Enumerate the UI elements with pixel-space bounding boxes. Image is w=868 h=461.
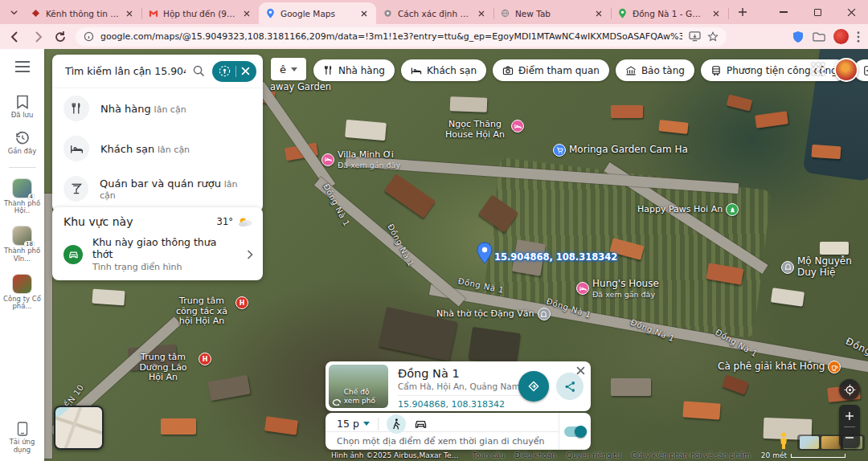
- poi-nha-tho-toc-dang-van[interactable]: Nhà thờ tộc Đặng Văn: [436, 308, 551, 320]
- map-building: [161, 418, 196, 434]
- suggestion-hotels[interactable]: Khách sạn lân cận: [52, 129, 263, 169]
- chip-museums[interactable]: Bảo tàng: [616, 59, 694, 81]
- sidebar-item-saved[interactable]: Đã lưu: [0, 95, 44, 120]
- poi-hungs-house[interactable]: Hung's House Đã xem gần đây: [576, 279, 659, 299]
- window-controls: [767, 0, 868, 24]
- poi-mo-nguyen-duy-hieu[interactable]: Mộ Nguyễn Duy Hiệ: [781, 256, 868, 279]
- close-tab-icon[interactable]: [358, 8, 370, 19]
- browser-menu-icon[interactable]: [857, 31, 860, 43]
- zoom-out-button[interactable]: [839, 427, 860, 448]
- map-building: [264, 416, 298, 434]
- footer-link-feedback[interactable]: Gửi ý kiến phản hồi về sản phẩm: [632, 451, 751, 459]
- account-avatar[interactable]: [834, 58, 858, 82]
- map-building: [755, 111, 788, 128]
- search-box[interactable]: Tìm kiếm lân cận 15.904868, 108: [52, 55, 263, 88]
- chevron-right-icon[interactable]: [247, 250, 253, 259]
- photo-thumbnail[interactable]: [821, 436, 841, 449]
- poi-villa-minh-oi[interactable]: Villa Minh Ơi Đã xem gần đây: [321, 150, 400, 169]
- poi-trung-tam-duong-lao[interactable]: Trung tâm Dưỡng Lão Hội An H: [131, 353, 211, 383]
- tab-gmail[interactable]: Hộp thư đến (9.470) - leng: [141, 2, 259, 24]
- tab-google-maps-active[interactable]: Google Maps: [259, 2, 376, 24]
- chip-hotels[interactable]: Khách sạn: [401, 59, 486, 81]
- drive-mode-button[interactable]: [414, 418, 428, 429]
- chip-restaurants[interactable]: Nhà hàng: [313, 59, 395, 81]
- chip-label: Điểm tham quan: [518, 65, 600, 76]
- photo-thumbnail[interactable]: [800, 436, 819, 449]
- chip-label: Khách sạn: [427, 65, 477, 76]
- tab-title: Cách xác định hướng: [398, 9, 471, 18]
- suggestion-restaurants[interactable]: Nhà hàng lân cận: [52, 88, 263, 129]
- duration-dropdown[interactable]: 15 p: [337, 418, 370, 430]
- poi-ngoc-thang-house[interactable]: Ngọc Thăng House Hội An: [442, 120, 524, 140]
- search-input[interactable]: Tìm kiếm lân cận 15.904868, 108: [65, 65, 186, 77]
- traffic-row[interactable]: Khu này giao thông thưa thớt Tình trạng …: [63, 236, 253, 272]
- footer-link-privacy[interactable]: Quyền riêng tư: [567, 451, 620, 459]
- hospital-icon: H: [235, 296, 248, 309]
- poi-happy-paws[interactable]: Happy Paws Hoi An: [637, 203, 739, 216]
- nearby-filter-pill[interactable]: [212, 61, 256, 82]
- reload-icon[interactable]: [53, 30, 68, 44]
- poi-ca-phe-hong[interactable]: Cà phê giải khát Hồng: [718, 361, 841, 373]
- bookmark-star-icon[interactable]: [707, 31, 719, 43]
- close-tab-icon[interactable]: [124, 8, 135, 19]
- tab-search-chevron-icon[interactable]: [5, 3, 23, 21]
- zoom-in-button[interactable]: [839, 406, 860, 426]
- map-inset-thumbnail[interactable]: [54, 406, 104, 450]
- maximize-button[interactable]: [800, 0, 834, 24]
- footer-link-global[interactable]: Toàn cầu: [473, 451, 505, 459]
- street-view-return-icon: [332, 398, 342, 406]
- forward-icon[interactable]: [31, 30, 45, 44]
- sidebar-item-recent[interactable]: Gần đây: [0, 131, 44, 156]
- dropped-pin-icon[interactable]: [477, 242, 493, 264]
- suggestion-sublabel: lân cận: [154, 104, 186, 115]
- nearby-pin-icon[interactable]: [219, 65, 231, 77]
- input-tools-button[interactable]: ê: [271, 58, 306, 80]
- close-window-button[interactable]: [834, 0, 868, 24]
- new-tab-button[interactable]: [733, 2, 752, 22]
- clear-search-icon[interactable]: [241, 67, 250, 75]
- travel-time-toggle[interactable]: [564, 426, 587, 437]
- tab-real-estate[interactable]: Kênh thông tin bất động s: [24, 2, 141, 24]
- street-view-thumbnail[interactable]: Chế độ xem phố: [329, 365, 388, 408]
- back-icon[interactable]: [8, 30, 23, 44]
- chip-attractions[interactable]: Điểm tham quan: [493, 59, 609, 81]
- close-tab-icon[interactable]: [241, 8, 252, 19]
- close-tab-icon[interactable]: [593, 8, 604, 19]
- my-location-button[interactable]: [839, 379, 860, 400]
- browser-profile-avatar[interactable]: [833, 29, 849, 44]
- map-building: [611, 378, 651, 396]
- map-building: [450, 96, 488, 112]
- suggestion-bars[interactable]: Quán bar và quán rượu lân cận: [52, 169, 263, 212]
- close-tab-icon[interactable]: [710, 8, 722, 19]
- sidebar-item-list-vinh[interactable]: 18 Thành phố Vĩn...: [0, 226, 44, 263]
- area-card-title: Khu vực này: [63, 215, 217, 228]
- address-bar[interactable]: google.com/maps/@15.9049323,108.3181166,…: [76, 27, 727, 47]
- maps-favicon: [617, 8, 628, 18]
- downloads-folder-icon[interactable]: [813, 31, 825, 43]
- search-icon[interactable]: [192, 64, 206, 78]
- menu-icon[interactable]: [14, 60, 31, 75]
- tab-new-tab[interactable]: New Tab: [493, 2, 611, 24]
- tab-dong-na-maps[interactable]: Đồng Nà 1 - Google Maps: [611, 2, 728, 24]
- site-info-icon[interactable]: [84, 31, 94, 42]
- footer-link-terms[interactable]: Điều khoản: [515, 451, 556, 459]
- list-thumbnail: 4: [13, 179, 31, 198]
- google-apps-grid-icon[interactable]: [812, 63, 826, 77]
- poi-trung-tam-cong-tac[interactable]: Trung tâm công tác xã hội Hội An H: [171, 296, 248, 327]
- pegman-icon[interactable]: [778, 432, 789, 452]
- sidebar-item-get-app[interactable]: Tải ứng dụng: [0, 422, 44, 455]
- place-coordinates-link[interactable]: 15.904868, 108.318342: [398, 399, 588, 410]
- map-building: [92, 289, 125, 306]
- walk-mode-button[interactable]: [387, 414, 406, 434]
- minimize-button[interactable]: [767, 0, 800, 24]
- directions-button[interactable]: [518, 371, 549, 402]
- install-app-icon[interactable]: [689, 31, 701, 42]
- sidebar-item-list-hoian[interactable]: 4 Thành phố Hội..: [0, 179, 44, 216]
- tab-orientation-guide[interactable]: Cách xác định hướng: [376, 2, 493, 24]
- sidebar-item-list-congty[interactable]: Công ty Cổ phầ...: [0, 275, 44, 312]
- share-button[interactable]: [556, 373, 583, 400]
- poi-moringa-garden[interactable]: Moringa Garden Cam Ha: [553, 144, 688, 157]
- extension-shield-icon[interactable]: [792, 31, 805, 43]
- close-place-card-icon[interactable]: [574, 364, 587, 377]
- close-tab-icon[interactable]: [476, 8, 487, 19]
